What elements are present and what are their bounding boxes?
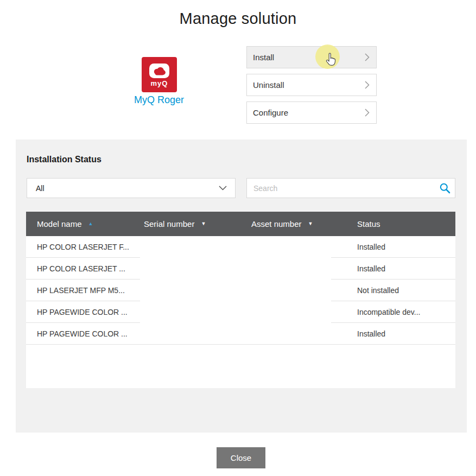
table-row[interactable]: HP PAGEWIDE COLOR ... Incompatible dev..… — [26, 301, 455, 323]
model-name-cell: HP LASERJET MFP M5... — [26, 280, 140, 301]
sort-desc-icon: ▼ — [308, 221, 313, 226]
installation-status-panel: Installation Status All Model name ▲ Ser… — [16, 139, 467, 433]
sort-asc-icon: ▲ — [88, 221, 93, 226]
search-input[interactable] — [246, 178, 455, 198]
uninstall-button[interactable]: Uninstall — [246, 74, 377, 96]
page-title: Manage solution — [0, 10, 476, 28]
asset-number-cell — [247, 236, 331, 258]
serial-number-cell — [140, 258, 247, 280]
table-row[interactable]: HP COLOR LASERJET ... Installed — [26, 258, 455, 280]
status-cell: Installed — [331, 258, 455, 280]
close-button[interactable]: Close — [217, 447, 265, 468]
column-header-asset-number[interactable]: Asset number ▼ — [247, 219, 331, 229]
table-row[interactable]: HP PAGEWIDE COLOR ... Installed — [26, 323, 455, 345]
model-name-cell: HP PAGEWIDE COLOR ... — [26, 323, 140, 345]
solution-name: MyQ Roger — [105, 94, 213, 106]
status-cell: Incompatible dev... — [331, 301, 455, 323]
table-header-row: Model name ▲ Serial number ▼ Asset numbe… — [26, 212, 455, 236]
panel-heading: Installation Status — [27, 155, 101, 164]
status-cell: Installed — [331, 236, 455, 258]
column-header-serial-number[interactable]: Serial number ▼ — [140, 219, 247, 229]
myq-logo: myQ — [142, 57, 177, 92]
install-button[interactable]: Install — [246, 46, 377, 68]
status-cell: Installed — [331, 323, 455, 345]
asset-number-cell — [247, 323, 331, 345]
serial-number-cell — [140, 280, 247, 301]
model-name-cell: HP COLOR LASERJET F... — [26, 236, 140, 258]
table-row[interactable]: HP LASERJET MFP M5... Not installed — [26, 280, 455, 301]
chevron-right-icon — [365, 81, 370, 89]
myq-cloud-icon — [149, 64, 169, 78]
column-header-model-name[interactable]: Model name ▲ — [26, 219, 140, 229]
uninstall-button-label: Uninstall — [253, 80, 284, 90]
search-icon[interactable] — [439, 182, 450, 194]
asset-number-cell — [247, 301, 331, 323]
asset-number-cell — [247, 280, 331, 301]
model-name-cell: HP COLOR LASERJET ... — [26, 258, 140, 280]
configure-button[interactable]: Configure — [246, 101, 377, 124]
chevron-right-icon — [365, 53, 370, 61]
serial-number-cell — [140, 236, 247, 258]
myq-logo-text: myQ — [151, 79, 168, 87]
serial-number-cell — [140, 323, 247, 345]
sort-desc-icon: ▼ — [201, 221, 206, 226]
status-cell: Not installed — [331, 280, 455, 301]
device-table: Model name ▲ Serial number ▼ Asset numbe… — [26, 212, 455, 388]
table-empty-area — [26, 345, 455, 388]
configure-button-label: Configure — [253, 108, 288, 117]
serial-number-cell — [140, 301, 247, 323]
status-filter-value: All — [36, 184, 45, 193]
chevron-down-icon — [219, 186, 227, 191]
install-button-label: Install — [253, 53, 274, 62]
model-name-cell: HP PAGEWIDE COLOR ... — [26, 301, 140, 323]
status-filter-dropdown[interactable]: All — [27, 178, 236, 198]
search-box — [246, 178, 455, 198]
asset-number-cell — [247, 258, 331, 280]
chevron-right-icon — [365, 109, 370, 117]
column-header-status[interactable]: Status — [331, 219, 455, 229]
table-row[interactable]: HP COLOR LASERJET F... Installed — [26, 236, 455, 258]
